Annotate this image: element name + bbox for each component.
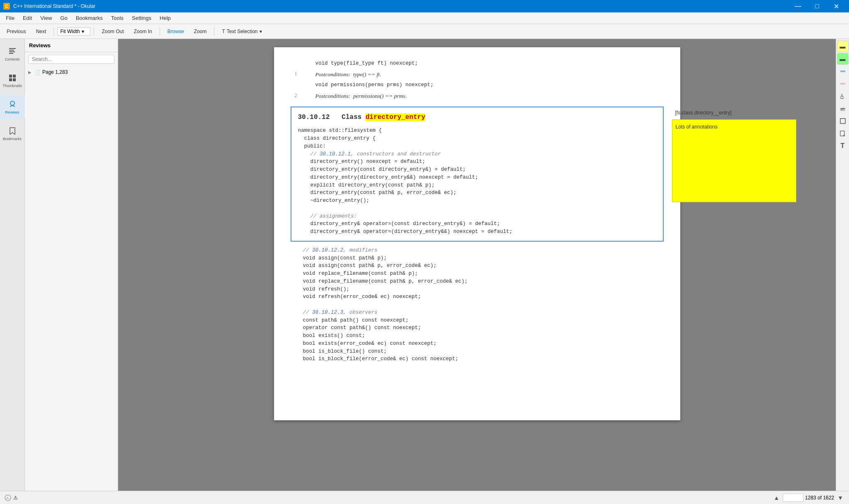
code-line-blank-1 bbox=[298, 205, 656, 213]
svg-text:ab: ab bbox=[840, 107, 845, 111]
menubar: File Edit View Go Bookmarks Tools Settin… bbox=[0, 12, 849, 24]
nav-up-button[interactable]: ▲ bbox=[772, 494, 781, 502]
thumbnails-label: Thumbnails bbox=[2, 84, 22, 88]
svg-point-8 bbox=[10, 101, 15, 105]
code-line-ctor-5: directory_entry(const path& p, error_cod… bbox=[298, 189, 656, 197]
app-icon: C bbox=[3, 3, 10, 10]
svg-rect-4 bbox=[9, 75, 12, 78]
window-controls[interactable]: — □ ✕ bbox=[788, 0, 846, 12]
maximize-button[interactable]: □ bbox=[808, 0, 827, 12]
tree-item-page[interactable]: ▶ 📄 Page 1,283 bbox=[25, 68, 118, 76]
close-button[interactable]: ✕ bbox=[827, 0, 846, 12]
box-button[interactable] bbox=[837, 115, 849, 127]
thumbnails-icon bbox=[8, 73, 17, 82]
menu-settings[interactable]: Settings bbox=[128, 13, 155, 23]
document-page: void type(file_type ft) noexcept; 1 Post… bbox=[274, 47, 680, 420]
highlight-yellow-button[interactable]: ▬ bbox=[837, 41, 849, 52]
bookmarks-label: Bookmarks bbox=[3, 137, 22, 141]
text-button[interactable]: T bbox=[837, 140, 849, 152]
menu-tools[interactable]: Tools bbox=[107, 13, 128, 23]
page-total-label: 1283 of 1622 bbox=[805, 495, 834, 501]
svg-rect-10 bbox=[840, 83, 845, 85]
menu-go[interactable]: Go bbox=[56, 13, 71, 23]
sticky-note: [fs.class.directory__entry] Lots of anno… bbox=[672, 107, 796, 202]
menu-view[interactable]: View bbox=[36, 13, 56, 23]
code-line-dtor: ~directory_entry(); bbox=[298, 197, 656, 205]
svg-rect-6 bbox=[9, 78, 12, 81]
svg-text:A: A bbox=[6, 496, 9, 500]
next-button[interactable]: Next bbox=[32, 27, 51, 36]
minimize-button[interactable]: — bbox=[788, 0, 808, 12]
nav-down-button[interactable]: ▼ bbox=[836, 494, 845, 502]
svg-rect-7 bbox=[13, 78, 16, 81]
highlight-blue-button[interactable] bbox=[837, 65, 849, 77]
toolbar-separator-2 bbox=[94, 27, 94, 36]
page-number-input[interactable]: 1269 bbox=[783, 494, 803, 502]
titlebar: C C++ International Standard * - Okular … bbox=[0, 0, 849, 12]
section-heading: 30.10.12 Class directory_entry bbox=[298, 112, 656, 123]
statusbar-left: A ⚠ bbox=[4, 494, 18, 502]
line-number-2-val: 2 bbox=[295, 92, 297, 99]
sidebar-tab-thumbnails[interactable]: Thumbnails bbox=[0, 68, 25, 93]
titlebar-left: C C++ International Standard * - Okular bbox=[3, 3, 95, 10]
search-input[interactable] bbox=[28, 55, 114, 64]
code-line-public: public: bbox=[298, 143, 656, 150]
text-icon: T bbox=[222, 29, 225, 34]
tree-arrow-icon: ▶ bbox=[28, 70, 33, 75]
code-exists-2: bool exists(error_code& ec) const noexce… bbox=[291, 340, 664, 348]
menu-help[interactable]: Help bbox=[155, 13, 175, 23]
reviews-label: Reviews bbox=[5, 110, 19, 114]
sidebar-search-area bbox=[25, 52, 118, 66]
sidebar-tab-contents[interactable]: Contents bbox=[0, 41, 25, 66]
statusbar: A ⚠ ▲ 1269 1283 of 1622 ▼ bbox=[0, 491, 849, 504]
code-line-namespace: namespace std::filesystem { bbox=[298, 127, 656, 135]
code-line-op-2: directory_entry& operator=(directory_ent… bbox=[298, 228, 656, 236]
fit-width-select[interactable]: Fit Width ▾ bbox=[57, 27, 90, 36]
contents-icon bbox=[8, 47, 17, 56]
sidebar-tab-reviews[interactable]: Reviews bbox=[0, 94, 25, 119]
underline-button[interactable]: A bbox=[837, 90, 849, 102]
strikethrough-button[interactable]: ab bbox=[837, 103, 849, 114]
sticky-note-body: Lots of annotations bbox=[672, 119, 796, 202]
fit-width-label: Fit Width bbox=[60, 29, 80, 34]
highlight-green-button[interactable]: ▬ bbox=[837, 53, 849, 65]
menu-edit[interactable]: Edit bbox=[19, 13, 36, 23]
menu-file[interactable]: File bbox=[2, 13, 19, 23]
zoom-out-button[interactable]: Zoom Out bbox=[97, 27, 128, 36]
section-container: 30.10.12 Class directory_entry namespace… bbox=[291, 107, 664, 242]
main-layout: Contents Thumbnails Re bbox=[0, 39, 849, 491]
code-block-file-2: bool is_block_file(error_code& ec) const… bbox=[291, 355, 664, 363]
note-button[interactable] bbox=[837, 128, 849, 139]
code-below-box: // 30.10.12.2, modifiers void assign(con… bbox=[291, 247, 664, 363]
code-line-ctor-3: directory_entry(directory_entry&&) noexc… bbox=[298, 174, 656, 182]
strikethrough-icon: ab bbox=[839, 105, 846, 112]
sticky-note-label: [fs.class.directory__entry] bbox=[672, 107, 796, 119]
sidebar-tab-bookmarks[interactable]: Bookmarks bbox=[0, 121, 25, 146]
underline-icon: A bbox=[839, 93, 846, 99]
code-line-comment-1: // 30.10.12.1, constructors and destruct… bbox=[298, 150, 656, 158]
browse-button[interactable]: Browse bbox=[163, 27, 188, 36]
code-assign-2: void assign(const path& p, error_code& e… bbox=[291, 262, 664, 270]
postcondition-1: 1 Postconditions: type() == ft. bbox=[291, 70, 664, 79]
svg-text:A: A bbox=[840, 93, 844, 99]
zoom-in-button[interactable]: Zoom In bbox=[130, 27, 156, 36]
code-block-file-1: bool is_block_file() const; bbox=[291, 348, 664, 356]
text-selection-button[interactable]: T Text Selection ▾ bbox=[218, 27, 266, 36]
highlight-pink-button[interactable] bbox=[837, 78, 849, 90]
content-area[interactable]: void type(file_type ft) noexcept; 1 Post… bbox=[118, 39, 836, 491]
page-content: void type(file_type ft) noexcept; 1 Post… bbox=[291, 60, 664, 363]
sidebar-header: Reviews bbox=[25, 39, 118, 52]
line-number-1-val: 1 bbox=[295, 70, 297, 78]
section-box: 30.10.12 Class directory_entry namespace… bbox=[291, 107, 664, 242]
toolbar-separator-4 bbox=[214, 27, 214, 36]
menu-bookmarks[interactable]: Bookmarks bbox=[72, 13, 107, 23]
code-line-ctor-1: directory_entry() noexcept = default; bbox=[298, 158, 656, 166]
code-replace-2: void replace_filename(const path& p, err… bbox=[291, 278, 664, 286]
class-name-highlight: directory_entry bbox=[366, 114, 425, 121]
zoom-button[interactable]: Zoom bbox=[190, 27, 211, 36]
previous-button[interactable]: Previous bbox=[2, 27, 30, 36]
postcondition-text-2: Postconditions: permissions() == prms. bbox=[315, 92, 664, 101]
sidebar-panel: Reviews ▶ 📄 Page 1,283 bbox=[25, 39, 118, 491]
code-line-comment-assign: // assignments: bbox=[298, 213, 656, 220]
code-replace-1: void replace_filename(const path& p); bbox=[291, 270, 664, 278]
